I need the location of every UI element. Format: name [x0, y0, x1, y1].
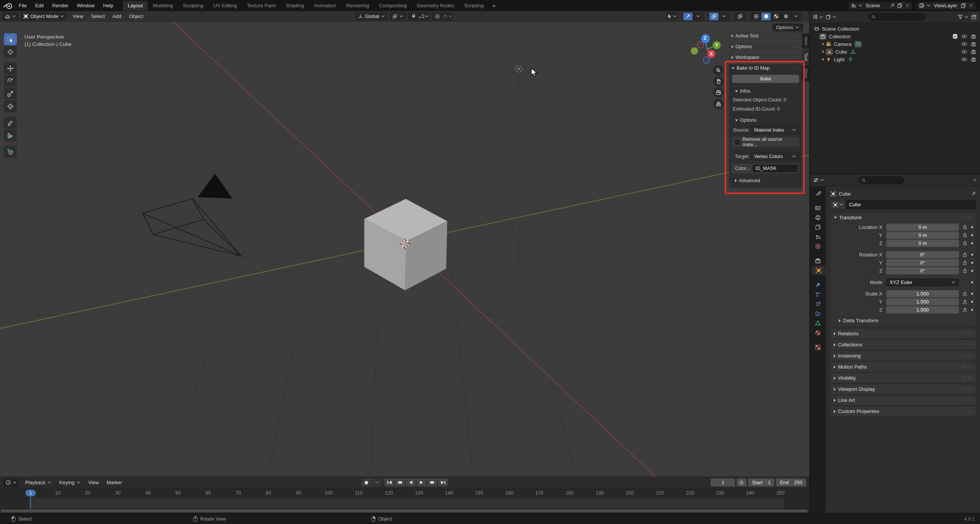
drag-handle-icon[interactable]: [962, 376, 973, 380]
proportional-falloff-selector[interactable]: [443, 13, 452, 20]
hide-eye-icon[interactable]: [961, 57, 967, 62]
auto-keying-toggle[interactable]: [361, 478, 371, 486]
gizmo-y-label[interactable]: Y: [715, 42, 718, 48]
lock-icon[interactable]: [962, 299, 968, 304]
drag-handle-icon[interactable]: [789, 44, 800, 49]
workspace-tab-compositing[interactable]: Compositing: [374, 1, 412, 11]
properties-search[interactable]: [858, 176, 904, 184]
exclude-checkbox[interactable]: [952, 34, 958, 39]
scene-name[interactable]: Scene: [864, 3, 887, 8]
prev-keyframe-button[interactable]: [395, 478, 405, 486]
menu-object[interactable]: Object: [125, 12, 147, 21]
tab-tool[interactable]: [810, 189, 826, 198]
shading-wireframe-button[interactable]: [751, 13, 761, 20]
menu-help[interactable]: Help: [99, 1, 118, 10]
jump-to-end-button[interactable]: [438, 478, 448, 486]
hide-eye-icon[interactable]: [961, 42, 967, 46]
snap-settings[interactable]: [419, 13, 428, 20]
lock-icon[interactable]: [962, 291, 968, 296]
lock-icon[interactable]: [962, 268, 968, 273]
tab-modifiers[interactable]: [810, 280, 826, 290]
outliner-search[interactable]: [868, 13, 926, 21]
drag-handle-icon[interactable]: [962, 365, 973, 369]
workspace-tab-layout[interactable]: Layout: [123, 1, 148, 11]
auto-keying-settings[interactable]: [371, 478, 381, 486]
target-select[interactable]: Vertex Colors: [751, 152, 799, 160]
scale-z-field[interactable]: 1.000: [886, 306, 959, 313]
drag-handle-icon[interactable]: [962, 387, 973, 391]
new-viewlayer-icon[interactable]: [960, 3, 966, 8]
infos-subpanel-header[interactable]: Infos: [729, 87, 802, 95]
gizmo-x-label[interactable]: X: [710, 51, 713, 57]
drag-handle-icon[interactable]: [789, 55, 800, 59]
scrollbar-thumb[interactable]: [1, 509, 808, 513]
tab-render[interactable]: [810, 203, 826, 213]
shading-settings[interactable]: [791, 13, 800, 20]
sidebar-tab-view[interactable]: View: [802, 65, 809, 82]
panel-collections[interactable]: Collections: [830, 340, 976, 349]
remove-viewlayer-icon[interactable]: [968, 3, 974, 8]
animate-dot[interactable]: [971, 226, 973, 228]
tool-annotate[interactable]: [4, 117, 17, 129]
outliner-row-collection[interactable]: Collection: [810, 33, 980, 40]
tab-material[interactable]: [810, 328, 826, 338]
animate-dot[interactable]: [971, 281, 973, 283]
pivot-point-selector[interactable]: [390, 12, 406, 21]
panel-line-art[interactable]: Line Art: [830, 395, 976, 405]
drag-handle-icon[interactable]: [789, 66, 800, 70]
drag-handle-icon[interactable]: [962, 343, 973, 347]
play-button[interactable]: [416, 478, 426, 486]
workspace-tab-texture-paint[interactable]: Texture Paint: [242, 1, 281, 11]
tool-move[interactable]: [4, 62, 17, 74]
object-name-input[interactable]: Cube: [846, 200, 976, 209]
workspace-tab-sculpting[interactable]: Sculpting: [178, 1, 208, 11]
workspace-tab-scripting[interactable]: Scripting: [459, 1, 489, 11]
disable-render-icon[interactable]: [971, 57, 976, 62]
current-frame-field[interactable]: 1: [710, 478, 735, 486]
xray-toggle[interactable]: [735, 13, 745, 20]
object-id-selector[interactable]: [830, 200, 846, 209]
workspace-tab-modeling[interactable]: Modeling: [148, 1, 178, 11]
delta-transform-subpanel[interactable]: Delta Transform: [830, 315, 976, 327]
options-subpanel-header[interactable]: Options: [729, 116, 802, 124]
editor-type-selector[interactable]: [2, 12, 18, 21]
tool-select-box[interactable]: [4, 33, 17, 45]
color-attribute-input[interactable]: ID_MASK: [753, 165, 798, 172]
blender-logo-icon[interactable]: [3, 2, 13, 10]
camera-view-button[interactable]: [713, 87, 724, 98]
rotation-mode-select[interactable]: XYZ Euler: [886, 279, 959, 286]
playhead-line[interactable]: [30, 495, 31, 509]
properties-editor-selector[interactable]: [813, 177, 824, 183]
menu-render[interactable]: Render: [48, 1, 73, 10]
animate-dot[interactable]: [971, 309, 973, 311]
drag-handle-icon[interactable]: [962, 409, 973, 413]
panel-visibility[interactable]: Visibility: [830, 373, 976, 383]
tab-particles[interactable]: [810, 290, 826, 299]
animate-dot[interactable]: [971, 254, 973, 256]
pin-icon[interactable]: [889, 3, 895, 8]
gizmo-z-label[interactable]: Z: [704, 36, 706, 41]
lock-icon[interactable]: [962, 225, 968, 230]
zoom-button[interactable]: [713, 65, 724, 75]
drag-handle-icon[interactable]: [962, 331, 973, 336]
proportional-editing-toggle[interactable]: [433, 13, 442, 20]
hide-eye-icon[interactable]: [961, 34, 967, 39]
viewport-canvas[interactable]: Z Y X User Perspective (1) Collection | …: [0, 22, 809, 477]
lock-icon[interactable]: [962, 260, 968, 265]
tab-object[interactable]: [812, 266, 826, 275]
shading-solid-button[interactable]: [761, 13, 771, 20]
menu-playback[interactable]: Playback: [21, 478, 56, 487]
location-y-field[interactable]: 0 m: [886, 232, 959, 239]
menu-edit[interactable]: Edit: [31, 1, 48, 10]
tool-measure[interactable]: [4, 129, 17, 141]
workspace-tab-geometry-nodes[interactable]: Geometry Nodes: [412, 1, 459, 11]
panel-viewport-display[interactable]: Viewport Display: [830, 384, 976, 394]
outliner-row-scene-collection[interactable]: Scene Collection: [810, 25, 980, 33]
properties-options-chevron[interactable]: [973, 178, 977, 182]
shading-material-button[interactable]: [771, 13, 781, 20]
outliner-row-camera[interactable]: Camera: [810, 40, 980, 48]
show-gizmo-toggle[interactable]: [683, 13, 693, 20]
unlink-scene-icon[interactable]: [905, 3, 910, 8]
bake-button[interactable]: Bake: [732, 75, 799, 83]
panel-options[interactable]: Options: [729, 42, 802, 51]
